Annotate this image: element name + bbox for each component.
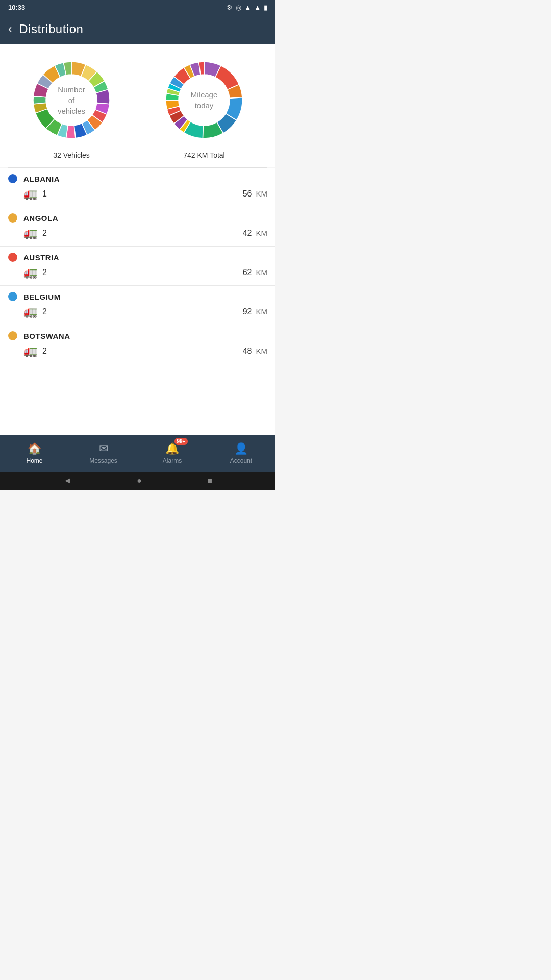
mileage-value: 62 [243,268,252,277]
header: ‹ Distribution [0,14,276,44]
country-color-dot [8,174,17,183]
vehicle-detail: 🚛 2 [23,266,47,279]
mileage-unit: KM [256,229,268,237]
country-name: ANGOLA [23,214,58,223]
charts-area: Numberofvehicles 32 Vehicles Mileagetoda… [0,44,276,167]
mileage-value: 56 [243,189,252,199]
mileage-value: 48 [243,347,252,356]
country-color-dot [8,292,17,301]
status-icons: ⚙ ◎ ▲ ▲ ▮ [227,4,267,11]
list-item[interactable]: AUSTRIA 🚛 2 62 KM [0,247,276,286]
vehicles-donut-svg [26,54,117,146]
vehicle-count: 2 [42,347,47,356]
messages-nav-icon: ✉ [99,442,108,455]
truck-icon: 🚛 [23,305,37,318]
mileage-value: 92 [243,307,252,316]
country-header: BELGIUM [8,292,267,301]
country-detail: 🚛 2 42 KM [8,227,267,240]
nav-item-messages[interactable]: ✉ Messages [69,435,138,472]
circle-icon: ◎ [236,4,241,11]
page-title: Distribution [19,22,83,36]
vehicle-detail: 🚛 2 [23,345,47,358]
list-item[interactable]: BOTSWANA 🚛 2 48 KM [0,325,276,364]
nav-item-alarms[interactable]: 99+ 🔔 Alarms [138,435,207,472]
truck-icon: 🚛 [23,345,37,358]
messages-nav-label: Messages [89,457,117,464]
alarm-badge: 99+ [174,438,188,445]
home-nav-label: Home [26,457,42,464]
country-detail: 🚛 2 62 KM [8,266,267,279]
bottom-nav: 🏠 Home ✉ Messages 99+ 🔔 Alarms 👤 Account [0,435,276,472]
truck-icon: 🚛 [23,227,37,240]
list-item[interactable]: BELGIUM 🚛 2 92 KM [0,286,276,325]
vehicle-count: 2 [42,307,47,316]
alarms-nav-label: Alarms [163,457,182,464]
vehicle-detail: 🚛 2 [23,305,47,318]
android-recent-button[interactable]: ■ [207,476,212,485]
mileage-chart: Mileagetoday [158,54,250,146]
battery-icon: ▮ [264,4,267,11]
vehicle-detail: 🚛 1 [23,187,47,201]
list-item[interactable]: ANGOLA 🚛 2 42 KM [0,207,276,247]
country-color-dot [8,253,17,262]
settings-icon: ⚙ [227,4,233,11]
mileage-info: 92 KM [243,307,267,316]
signal-icon: ▲ [254,4,261,11]
mileage-unit: KM [256,189,268,198]
truck-icon: 🚛 [23,187,37,201]
country-header: BOTSWANA [8,331,267,340]
status-time: 10:33 [8,4,25,11]
status-bar: 10:33 ⚙ ◎ ▲ ▲ ▮ [0,0,276,14]
list-item[interactable]: ALBANIA 🚛 1 56 KM [0,168,276,207]
mileage-unit: KM [256,307,268,316]
mileage-total: 742 KM Total [183,151,224,159]
mileage-value: 42 [243,229,252,238]
android-home-button[interactable]: ● [137,476,142,485]
country-detail: 🚛 1 56 KM [8,187,267,201]
country-color-dot [8,213,17,223]
vehicle-count: 2 [42,229,47,238]
country-detail: 🚛 2 92 KM [8,305,267,318]
android-nav-bar: ◄ ● ■ [0,472,276,490]
wifi-icon: ▲ [244,4,251,11]
country-name: BOTSWANA [23,332,70,340]
country-header: ANGOLA [8,213,267,223]
android-back-button[interactable]: ◄ [63,476,71,485]
country-name: BELGIUM [23,292,61,301]
vehicle-count: 1 [42,189,47,199]
mileage-unit: KM [256,268,268,277]
home-nav-icon: 🏠 [28,442,41,455]
country-header: ALBANIA [8,174,267,183]
mileage-unit: KM [256,347,268,355]
mileage-chart-wrapper: Mileagetoday 742 KM Total [158,54,250,159]
country-color-dot [8,331,17,340]
vehicles-chart-wrapper: Numberofvehicles 32 Vehicles [26,54,117,159]
account-nav-icon: 👤 [234,442,248,455]
mileage-donut-svg [158,54,250,146]
account-nav-label: Account [230,457,252,464]
vehicles-total: 32 Vehicles [53,151,90,159]
vehicles-chart: Numberofvehicles [26,54,117,146]
mileage-info: 42 KM [243,229,267,238]
country-name: ALBANIA [23,175,60,183]
vehicle-detail: 🚛 2 [23,227,47,240]
mileage-info: 48 KM [243,347,267,356]
nav-item-home[interactable]: 🏠 Home [0,435,69,472]
country-list: ALBANIA 🚛 1 56 KM ANGOLA 🚛 2 [0,168,276,442]
truck-icon: 🚛 [23,266,37,279]
country-header: AUSTRIA [8,253,267,262]
country-detail: 🚛 2 48 KM [8,345,267,358]
back-button[interactable]: ‹ [8,22,12,36]
vehicle-count: 2 [42,268,47,277]
mileage-info: 56 KM [243,189,267,199]
country-name: AUSTRIA [23,253,59,262]
mileage-info: 62 KM [243,268,267,277]
nav-item-account[interactable]: 👤 Account [207,435,276,472]
